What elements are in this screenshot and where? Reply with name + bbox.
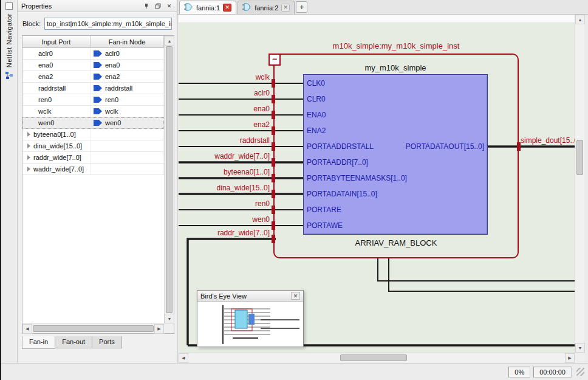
table-row[interactable]: aclr0 aclr0	[22, 48, 164, 60]
close-icon[interactable]: ✕	[164, 1, 174, 10]
birds-eye-view-window[interactable]: Bird's Eye View ✕	[197, 290, 304, 347]
birds-eye-thumbnail[interactable]	[197, 302, 303, 347]
fanin-node-cell: aclr0	[105, 50, 120, 57]
signal-label[interactable]: wen0	[252, 215, 270, 224]
birds-eye-title: Bird's Eye View	[200, 292, 247, 300]
scrollbar-thumb[interactable]	[166, 46, 173, 313]
input-port-cell: wen0	[38, 119, 54, 126]
port-label[interactable]: PORTAADDR[7..0]	[307, 154, 407, 170]
port-label[interactable]: ENA0	[307, 107, 407, 123]
left-dock-strip: Netlist Navigator	[1, 0, 18, 363]
column-header-input-port[interactable]: Input Port	[22, 36, 91, 47]
input-port-cell: raddrstall	[38, 85, 66, 92]
properties-panel: Properties ✕ Block: top_inst|m10k_simple…	[18, 0, 177, 363]
tab-fan-out[interactable]: Fan-out	[55, 336, 92, 348]
output-signal-label[interactable]: simple_dout[15..0]	[521, 136, 575, 145]
close-icon[interactable]: ✕	[291, 292, 300, 300]
column-header-fanin-node[interactable]: Fan-in Node	[91, 36, 164, 47]
signal-label[interactable]: wclk	[256, 73, 270, 81]
scroll-up-icon[interactable]: ▲	[575, 15, 585, 24]
input-port-cell: aclr0	[38, 50, 53, 57]
signal-label[interactable]: waddr_wide[7..0]	[214, 152, 270, 161]
scroll-down-icon[interactable]: ▼	[165, 314, 174, 323]
tab-fannia-2[interactable]: fannia:2 ✕	[238, 1, 295, 14]
table-row[interactable]: wclk wclk	[22, 106, 164, 117]
expand-arrow-icon[interactable]	[27, 132, 30, 137]
port-label[interactable]: CLK0	[307, 75, 407, 91]
scroll-down-icon[interactable]: ▼	[575, 343, 585, 353]
scrollbar-thumb[interactable]	[33, 325, 154, 332]
fanin-table-area: Input Port Fan-in Node aclr0 aclr0 ena0 …	[22, 35, 174, 334]
port-label[interactable]: PORTADATAIN[15..0]	[307, 186, 407, 202]
collapse-button[interactable]: −	[268, 54, 281, 66]
port-label[interactable]: ENA2	[307, 123, 407, 139]
port-label[interactable]: PORTARE	[307, 202, 407, 218]
signal-label[interactable]: raddr_wide[7..0]	[217, 229, 270, 237]
table-horizontal-scrollbar[interactable]: ◀ ▶	[22, 323, 164, 333]
birds-eye-titlebar[interactable]: Bird's Eye View ✕	[197, 291, 303, 302]
port-label[interactable]: PORTAWE	[307, 218, 407, 233]
signal-label[interactable]: aclr0	[254, 89, 270, 97]
fanin-node-cell: ena2	[105, 73, 120, 80]
scrollbar-corner	[575, 353, 584, 362]
table-row[interactable]: ren0 ren0	[22, 94, 164, 106]
expand-arrow-icon[interactable]	[27, 155, 30, 160]
canvas-horizontal-scrollbar[interactable]: ◀ ▶	[179, 353, 575, 362]
properties-titlebar: Properties ✕	[18, 0, 177, 12]
table-row[interactable]: raddr_wide[7..0]	[22, 152, 164, 164]
signal-label[interactable]: ena0	[253, 105, 270, 113]
signal-label[interactable]: dina_wide[15..0]	[217, 184, 270, 192]
table-row[interactable]: byteena0[1..0]	[22, 129, 164, 140]
scroll-left-icon[interactable]: ◀	[22, 324, 32, 334]
netlist-navigator-tab[interactable]: Netlist Navigator	[5, 13, 13, 67]
tab-fan-in[interactable]: Fan-in	[22, 336, 55, 349]
scrollbar-thumb[interactable]	[576, 140, 583, 175]
tab-label: fannia:2	[255, 4, 278, 12]
main-area: fannia:1 ✕ fannia:2 ✕ +	[177, 0, 588, 363]
canvas-vertical-scrollbar[interactable]: ▲ ▼	[575, 15, 584, 353]
scrollbar-corner	[164, 323, 174, 333]
scroll-right-icon[interactable]: ▶	[154, 324, 164, 334]
port-label[interactable]: PORTADATAOUT[15..0]	[379, 139, 484, 154]
tab-ports[interactable]: Ports	[92, 336, 122, 348]
fanin-node-icon	[94, 120, 102, 126]
schematic-canvas[interactable]: m10k_simple:my_m10k_simple_inst − my_m10…	[179, 15, 575, 353]
pin-button[interactable]	[141, 1, 151, 10]
scrollbar-thumb[interactable]	[340, 354, 407, 361]
input-port-cell: ena0	[38, 61, 53, 69]
scroll-right-icon[interactable]: ▶	[565, 353, 575, 363]
new-tab-button[interactable]: +	[296, 1, 307, 13]
table-vertical-scrollbar[interactable]: ▲ ▼	[164, 36, 174, 323]
scroll-up-icon[interactable]: ▲	[165, 36, 174, 46]
netlist-doc-icon	[242, 3, 251, 12]
table-row-selected[interactable]: wen0 wen0	[22, 117, 164, 129]
tab-label: fannia:1	[196, 4, 220, 12]
table-row[interactable]: ena2 ena2	[22, 71, 164, 83]
port-label[interactable]: PORTABYTEENAMASKS[1..0]	[307, 170, 407, 186]
signal-label[interactable]: byteena0[1..0]	[224, 168, 270, 176]
signal-label[interactable]: ena2	[253, 120, 270, 129]
port-label[interactable]: CLR0	[307, 91, 407, 107]
table-row[interactable]: waddr_wide[7..0]	[22, 164, 164, 175]
dock-page-icon	[5, 2, 13, 10]
table-row[interactable]: raddrstall raddrstall	[22, 83, 164, 94]
signal-label[interactable]: ren0	[255, 199, 270, 208]
resize-grip-icon[interactable]	[576, 368, 584, 376]
fanin-node-icon	[94, 108, 102, 114]
netlist-navigator-icon	[5, 71, 13, 81]
close-icon[interactable]: ✕	[223, 4, 231, 12]
signal-label[interactable]: raddrstall	[240, 136, 270, 145]
table-row[interactable]: dina_wide[15..0]	[22, 140, 164, 152]
scroll-left-icon[interactable]: ◀	[179, 353, 188, 363]
expand-arrow-icon[interactable]	[27, 167, 30, 171]
float-button[interactable]	[152, 1, 163, 10]
fanin-node-cell: wclk	[105, 108, 118, 115]
tab-fannia-1[interactable]: fannia:1 ✕	[179, 1, 236, 14]
close-icon[interactable]: ✕	[281, 4, 290, 12]
fanin-node-icon	[94, 62, 102, 68]
input-port-cell: raddr_wide[7..0]	[33, 154, 81, 161]
table-row[interactable]: ena0 ena0	[22, 60, 164, 71]
input-port-cell: ren0	[38, 96, 52, 103]
block-path-field[interactable]: top_inst|m10k_simple:my_m10k_simple_inst	[44, 18, 172, 30]
expand-arrow-icon[interactable]	[27, 143, 30, 148]
